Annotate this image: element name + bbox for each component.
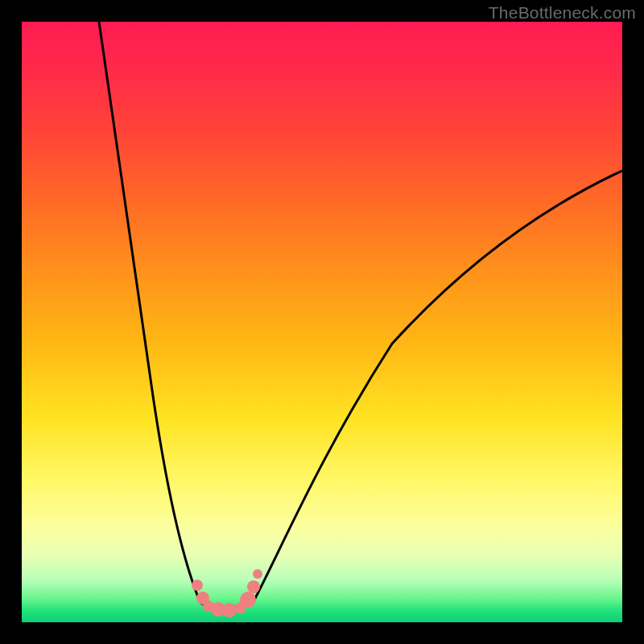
svg-point-8 [253, 569, 262, 579]
svg-point-4 [222, 603, 237, 617]
curve-right [254, 171, 622, 601]
curve-layer [22, 22, 622, 622]
watermark-text: TheBottleneck.com [489, 3, 636, 23]
svg-point-6 [240, 592, 256, 608]
valley-markers [192, 569, 262, 617]
chart-frame [22, 22, 622, 622]
svg-point-0 [192, 580, 203, 591]
svg-point-7 [247, 580, 260, 593]
curve-left [99, 22, 200, 603]
